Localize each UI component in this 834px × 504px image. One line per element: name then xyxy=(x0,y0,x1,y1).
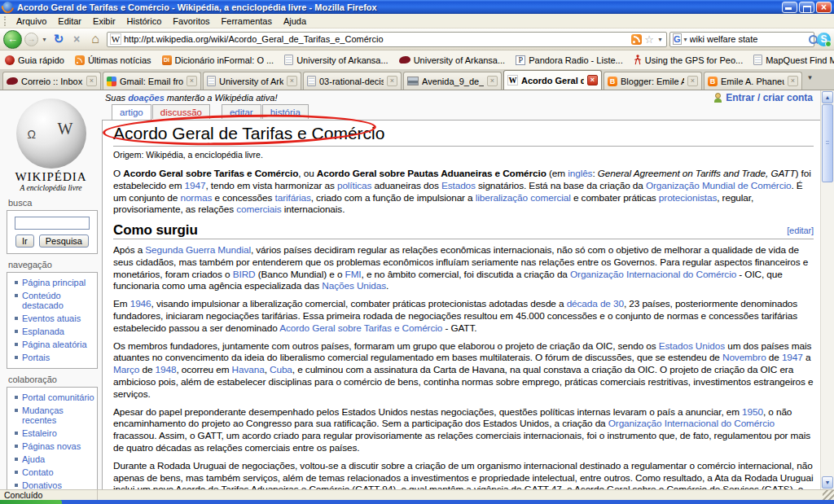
wikipedia-globe-logo[interactable] xyxy=(16,99,86,169)
window-titlebar[interactable]: Acordo Geral de Tarifas e Comércio - Wik… xyxy=(0,0,834,14)
tab-historia[interactable]: história xyxy=(262,104,309,119)
inline-link[interactable]: Novembro xyxy=(722,352,766,363)
tab-list-dropdown-icon[interactable] xyxy=(804,73,816,88)
inline-link[interactable]: Havana xyxy=(232,364,265,375)
sidebar-link-ajuda[interactable]: Ajuda xyxy=(7,453,97,466)
sidebar-link-portal-comunitario[interactable]: Portal comunitário xyxy=(7,391,97,404)
inline-link[interactable]: 1947 xyxy=(782,352,803,363)
tab-close-icon[interactable] xyxy=(187,76,197,86)
url-dropdown-icon[interactable] xyxy=(656,36,664,43)
inline-link[interactable]: liberalização comercial xyxy=(476,192,571,204)
bookmark-pandora[interactable]: Pandora Radio - Liste... xyxy=(516,55,623,65)
inline-link[interactable]: protecionistas xyxy=(659,192,717,204)
close-button[interactable] xyxy=(816,2,832,13)
resize-grip[interactable] xyxy=(823,490,834,500)
inline-link[interactable]: Março xyxy=(113,364,139,375)
tab-avenida[interactable]: Avenida_9_de_Julio... xyxy=(403,72,502,90)
bookmark-guia-rapido[interactable]: Guia rápido xyxy=(5,55,64,65)
tab-university[interactable]: University of Arkan... xyxy=(203,72,301,90)
sidebar-link-esplanada[interactable]: Esplanada xyxy=(7,325,97,338)
inline-link[interactable]: Segunda Guerra Mundial xyxy=(145,244,251,256)
tab-blogger[interactable]: Blogger: Emile A. Ph... xyxy=(604,72,702,90)
menu-ajuda[interactable]: Ajuda xyxy=(278,15,312,27)
sidebar-link-mudancas-recentes[interactable]: Mudanças recentes xyxy=(7,404,97,427)
sidebar-link-portais[interactable]: Portais xyxy=(7,351,97,364)
inline-link[interactable]: FMI xyxy=(345,269,362,280)
inline-link[interactable]: Estados xyxy=(441,180,476,191)
bookmark-mapquest[interactable]: MapQuest Find Me > ... xyxy=(753,55,834,65)
inline-link[interactable]: Nações Unidas xyxy=(322,280,386,291)
reload-button[interactable] xyxy=(50,32,67,46)
tab-discussao[interactable]: discussão xyxy=(152,104,210,119)
menu-favoritos[interactable]: Favoritos xyxy=(167,15,215,27)
stop-button[interactable] xyxy=(69,33,84,46)
tab-close-icon[interactable] xyxy=(387,76,397,86)
scroll-up-icon[interactable] xyxy=(822,91,833,103)
inline-link[interactable]: 1946 xyxy=(130,298,151,309)
search-engine-dropdown-icon[interactable] xyxy=(684,36,687,43)
sidebar-link-paginas-novas[interactable]: Páginas novas xyxy=(7,440,97,453)
sidebar-link-pagina-aleatoria[interactable]: Página aleatória xyxy=(7,338,97,351)
tab-close-icon[interactable] xyxy=(86,76,97,86)
search-button[interactable]: Pesquisa xyxy=(39,234,89,248)
home-button[interactable] xyxy=(86,32,104,46)
restore-button[interactable] xyxy=(799,2,814,13)
menu-arquivo[interactable]: Arquivo xyxy=(11,15,52,27)
sidebar-link-donativos[interactable]: Donativos xyxy=(7,479,97,489)
sidebar-link-conteudo-destacado[interactable]: Conteúdo destacado xyxy=(7,289,97,312)
inline-link[interactable]: tarifárias xyxy=(275,192,311,204)
back-button[interactable] xyxy=(3,30,22,49)
inline-link[interactable]: BIRD xyxy=(233,269,256,280)
tab-artigo[interactable]: artigo xyxy=(112,104,151,120)
inline-link[interactable]: Organização Internacional do Comércio xyxy=(608,418,775,429)
inline-link[interactable]: políticas xyxy=(337,180,371,191)
web-search-input[interactable] xyxy=(690,34,805,44)
bookmark-star-icon[interactable] xyxy=(644,33,654,46)
tab-close-icon[interactable] xyxy=(587,75,598,85)
inline-link[interactable]: doações xyxy=(128,93,165,103)
tab-gmail[interactable]: Gmail: Email from G... xyxy=(103,72,201,90)
tab-correio-inbox[interactable]: Correio :: Inbox (24) xyxy=(2,72,101,90)
bookmark-university-1[interactable]: University of Arkansa... xyxy=(284,55,388,65)
rss-icon[interactable] xyxy=(631,34,642,45)
vertical-scrollbar[interactable] xyxy=(820,90,834,489)
inline-link[interactable]: 1947 xyxy=(185,180,206,191)
inline-link[interactable]: 1948 xyxy=(156,364,177,375)
scrollbar-thumb[interactable] xyxy=(822,104,833,182)
go-button[interactable]: Ir xyxy=(15,234,34,248)
skype-icon[interactable] xyxy=(817,33,831,46)
google-logo-icon[interactable] xyxy=(673,33,682,45)
inline-link[interactable]: Cuba xyxy=(270,364,292,375)
minimize-button[interactable] xyxy=(782,2,797,13)
url-input[interactable] xyxy=(124,34,629,44)
start-button[interactable] xyxy=(0,500,62,504)
wikipedia-wordmark[interactable]: WIKIPÉDIA xyxy=(0,170,102,184)
tab-rational-decision[interactable]: 03-rational-decision... xyxy=(303,72,402,90)
inline-link[interactable]: Organização Internacional do Comércio xyxy=(570,269,736,280)
address-bar[interactable] xyxy=(107,32,667,47)
scroll-down-icon[interactable] xyxy=(822,476,833,489)
bookmark-ultimas-noticias[interactable]: Últimas notícias xyxy=(75,55,151,65)
inline-link[interactable]: Organização Mundial de Comércio xyxy=(646,180,792,191)
wiki-search-input[interactable] xyxy=(15,217,90,230)
inline-link[interactable]: década de 30 xyxy=(567,298,624,309)
sidebar-link-eventos-atuais[interactable]: Eventos atuais xyxy=(7,312,97,325)
inline-link[interactable]: 1950 xyxy=(742,406,763,418)
magnifier-icon[interactable] xyxy=(808,34,811,45)
tab-close-icon[interactable] xyxy=(687,76,698,86)
tab-close-icon[interactable] xyxy=(487,76,498,86)
login-link[interactable]: Entrar / criar conta xyxy=(713,92,813,103)
tab-close-icon[interactable] xyxy=(287,76,297,86)
search-bar[interactable] xyxy=(669,32,814,47)
menu-ferramentas[interactable]: Ferramentas xyxy=(216,15,278,27)
menu-historico[interactable]: Histórico xyxy=(121,15,168,27)
edit-section-link[interactable]: [editar] xyxy=(787,225,814,237)
inline-link[interactable]: comerciais xyxy=(236,204,281,215)
menu-exibir[interactable]: Exibir xyxy=(87,15,121,27)
bookmark-university-2[interactable]: University of Arkansa... xyxy=(399,55,506,65)
inline-link[interactable]: normas xyxy=(180,192,212,204)
tab-emile-phaneuf[interactable]: Emile A. Phaneuf xyxy=(704,72,802,90)
tab-acordo-geral-active[interactable]: Acordo Geral de ... xyxy=(503,70,602,90)
tab-close-icon[interactable] xyxy=(788,76,798,86)
history-dropdown-icon[interactable] xyxy=(41,36,48,43)
